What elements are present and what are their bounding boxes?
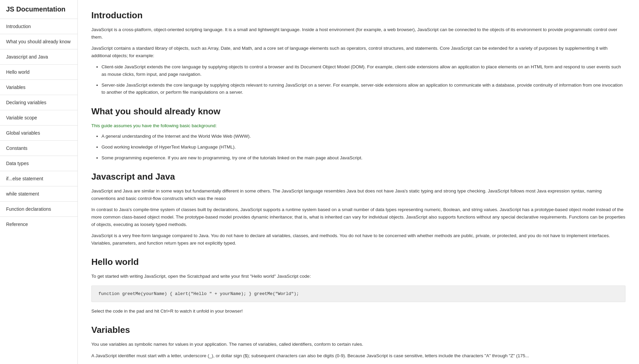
guide-assumes-text: This guide assumes you have the followin… [91,122,625,130]
nav-items-container: IntroductionWhat you should already know… [0,19,77,232]
sidebar-title: JS Documentation [0,0,77,19]
sidebar-item-function-declarations[interactable]: Function declarations [0,201,77,217]
sidebar: JS Documentation IntroductionWhat you sh… [0,0,78,364]
section-hello-world: Hello worldTo get started with writing J… [91,257,625,315]
section-what-you-should-already-know: What you should already knowThis guide a… [91,106,625,161]
content-area: IntroductionJavaScript is a cross-platfo… [91,10,625,360]
section-heading-hello-world: Hello world [91,257,625,267]
paragraph-javascript-and-java-2: JavaScript is a very free-form language … [91,232,625,247]
section-heading-what-you-should-already-know: What you should already know [91,106,625,117]
section-heading-javascript-and-java: Javascript and Java [91,172,625,182]
sidebar-item-what-you-know[interactable]: What you should already know [0,34,77,49]
sidebar-item-constants[interactable]: Constants [0,140,77,156]
sidebar-item-while[interactable]: while statement [0,186,77,201]
sidebar-item-variable-scope[interactable]: Variable scope [0,110,77,125]
bullet-item-introduction-0: Client-side JavaScript extends the core … [101,63,625,78]
section-heading-variables: Variables [91,325,625,335]
sidebar-item-data-types[interactable]: Data types [0,156,77,171]
bullet-item-what-you-should-already-know-0: A general understanding of the Internet … [101,133,625,140]
paragraph-introduction-0: JavaScript is a cross-platform, object-o… [91,26,625,41]
code-block-hello-world: function greetMe(yourName) { alert("Hell… [91,286,625,302]
sidebar-item-variables[interactable]: Variables [0,79,77,95]
bullet-item-what-you-should-already-know-2: Some programming experience. If you are … [101,154,625,162]
after-code-text-hello-world: Select the code in the pad and hit Ctrl+… [91,308,625,315]
paragraph-introduction-1: JavaScript contains a standard library o… [91,45,625,59]
sidebar-item-hello-world[interactable]: Hello world [0,64,77,79]
sidebar-item-declaring-variables[interactable]: Declaring variables [0,95,77,110]
paragraph-variables-1: A JavaScript identifier must start with … [91,352,625,360]
sidebar-item-reference[interactable]: Reference [0,217,77,232]
section-introduction: IntroductionJavaScript is a cross-platfo… [91,10,625,96]
bullet-list-what-you-should-already-know: A general understanding of the Internet … [101,133,625,161]
section-variables: VariablesYou use variables as symbolic n… [91,325,625,359]
main-content: IntroductionJavaScript is a cross-platfo… [78,0,639,364]
paragraph-hello-world-0: To get started with writing JavaScript, … [91,273,625,280]
bullet-list-introduction: Client-side JavaScript extends the core … [101,63,625,96]
section-javascript-and-java: Javascript and JavaJavaScript and Java a… [91,172,625,247]
sidebar-item-if-else[interactable]: if...else statement [0,171,77,186]
paragraph-variables-0: You use variables as symbolic names for … [91,341,625,348]
sidebar-item-js-java[interactable]: Javascript and Java [0,49,77,64]
paragraph-javascript-and-java-0: JavaScript and Java are similar in some … [91,187,625,202]
paragraph-javascript-and-java-1: In contrast to Java's compile-time syste… [91,206,625,228]
sidebar-item-global-variables[interactable]: Global variables [0,125,77,140]
sidebar-item-intro[interactable]: Introduction [0,19,77,34]
bullet-item-introduction-1: Server-side JavaScript extends the core … [101,82,625,96]
bullet-item-what-you-should-already-know-1: Good working knowledge of HyperText Mark… [101,143,625,151]
section-heading-introduction: Introduction [91,10,625,21]
